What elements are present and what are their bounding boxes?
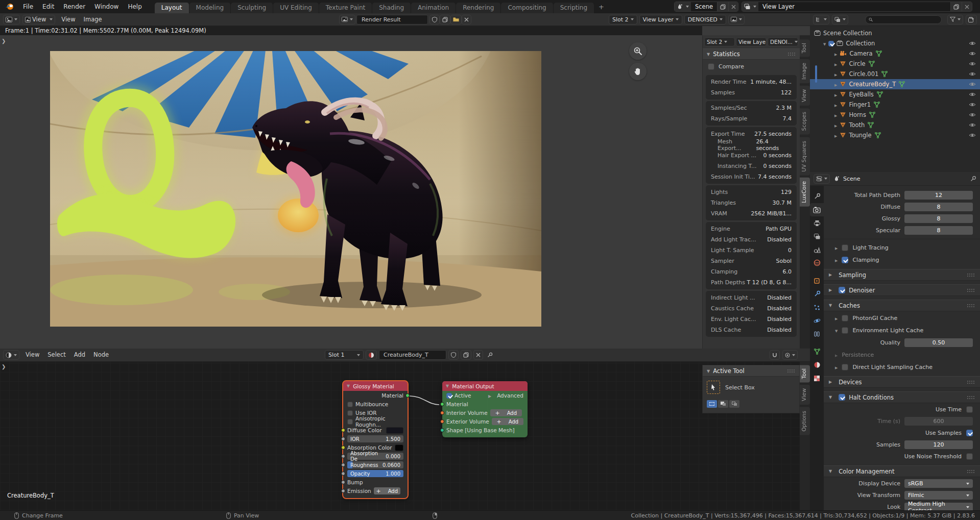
menu-item[interactable]: Render xyxy=(59,0,90,13)
tab-particles[interactable] xyxy=(810,301,824,314)
object-row[interactable]: Horns xyxy=(810,110,980,120)
sidebar-slot-dropdown[interactable]: Slot 2 xyxy=(704,37,735,46)
add-exterior-button[interactable]: Add xyxy=(492,418,523,425)
tab-constraints[interactable] xyxy=(810,327,824,340)
close-image-icon[interactable] xyxy=(462,15,471,24)
object-row[interactable]: Toungle xyxy=(810,130,980,140)
duplicate-image-icon[interactable] xyxy=(440,15,450,24)
object-row[interactable]: Tooth xyxy=(810,120,980,130)
filter-icon[interactable] xyxy=(947,15,963,24)
select-mode-subtract[interactable] xyxy=(729,400,739,408)
workspace-tab[interactable]: Compositing xyxy=(501,3,553,13)
hide-eye-icon[interactable] xyxy=(969,82,976,87)
remove-view-layer-icon[interactable] xyxy=(962,2,972,11)
zoom-button[interactable] xyxy=(629,42,647,60)
view-layer-name-field[interactable]: View Layer xyxy=(758,2,950,11)
tab-output[interactable] xyxy=(810,216,824,230)
color-swatch[interactable] xyxy=(395,444,403,451)
disclosure-icon[interactable] xyxy=(835,315,838,321)
material-shield-icon[interactable] xyxy=(448,350,459,360)
bump-row[interactable]: Bump xyxy=(347,478,403,486)
disclosure-icon[interactable] xyxy=(834,121,837,129)
add-workspace-button[interactable]: + xyxy=(594,2,608,12)
checkbox[interactable] xyxy=(842,257,848,263)
output-socket[interactable] xyxy=(405,393,410,398)
editor-type-outliner-icon[interactable] xyxy=(813,15,829,24)
add-emission-button[interactable]: Add xyxy=(374,487,400,494)
object-row[interactable]: CreatureBody_T xyxy=(810,79,980,89)
select-mode-extend[interactable] xyxy=(718,400,728,408)
active-row[interactable]: Active Advanced xyxy=(446,391,523,400)
disclosure-icon[interactable] xyxy=(834,50,837,57)
hide-eye-icon[interactable] xyxy=(969,41,976,46)
sidebar-tab[interactable]: Tool xyxy=(800,365,810,382)
env-light-cache-toggle[interactable]: Environment Light Cache xyxy=(824,325,980,336)
editor-type-properties-icon[interactable] xyxy=(814,174,830,184)
tab-texture[interactable] xyxy=(810,372,824,385)
input-socket[interactable] xyxy=(341,480,345,484)
halt-conditions-panel-header[interactable]: Halt Conditions xyxy=(824,391,980,403)
tab-object[interactable] xyxy=(810,274,824,287)
checkbox[interactable] xyxy=(347,402,353,407)
display-device-select[interactable]: sRGB xyxy=(904,479,973,488)
material-output-node[interactable]: Material Output Active Advanced Material… xyxy=(442,381,528,437)
disclosure-icon[interactable] xyxy=(834,70,837,78)
scene-browse-icon[interactable] xyxy=(675,2,691,11)
scrollbar[interactable] xyxy=(815,65,817,83)
open-image-folder-icon[interactable] xyxy=(450,15,462,24)
light-tracing-toggle[interactable]: Light Tracing xyxy=(824,242,980,253)
property-value-field[interactable]: 12 xyxy=(904,191,973,200)
disclosure-icon[interactable] xyxy=(835,364,838,370)
devices-panel-header[interactable]: Devices xyxy=(824,376,980,388)
editor-type-image-icon[interactable] xyxy=(3,15,20,24)
snap-icon[interactable] xyxy=(770,350,780,360)
display-mode-icon[interactable] xyxy=(832,15,848,24)
sidebar-pass-dropdown[interactable]: DENOI... xyxy=(768,37,798,46)
object-row[interactable]: Circle xyxy=(810,59,980,69)
object-row[interactable]: Finger1 xyxy=(810,100,980,110)
checkbox[interactable] xyxy=(347,419,353,425)
sidebar-tab[interactable]: Scopes xyxy=(800,108,810,134)
disclosure-icon[interactable] xyxy=(834,81,837,88)
menu-item[interactable]: Edit xyxy=(38,0,59,13)
workspace-tab[interactable]: UV Editing xyxy=(273,3,319,13)
toolbar-expand-icon[interactable]: ❯ xyxy=(2,38,6,44)
display-channels-icon[interactable] xyxy=(728,15,745,24)
pin-icon[interactable] xyxy=(970,176,976,182)
color-swatch[interactable] xyxy=(386,427,403,434)
glossy-material-node[interactable]: Glossy Material Material Multibounce Use… xyxy=(343,381,408,498)
fake-user-shield-icon[interactable] xyxy=(429,15,440,24)
image-name-field[interactable]: Render Result xyxy=(356,15,428,24)
toolbar-expand-icon[interactable]: ❯ xyxy=(2,364,6,369)
active-checkbox[interactable] xyxy=(446,393,452,399)
menu-item[interactable]: View xyxy=(57,13,79,26)
input-socket[interactable] xyxy=(440,402,444,406)
new-collection-icon[interactable] xyxy=(966,15,977,24)
disclosure-icon[interactable] xyxy=(835,327,838,334)
opacity-row[interactable]: Opacity1.000 xyxy=(347,469,403,478)
hide-eye-icon[interactable] xyxy=(969,71,976,77)
select-mode-new[interactable] xyxy=(707,400,717,408)
photongi-toggle[interactable]: PhotonGI Cache xyxy=(824,313,980,324)
disclosure-icon[interactable] xyxy=(834,91,837,98)
unlink-scene-icon[interactable] xyxy=(728,2,738,11)
outliner-search[interactable] xyxy=(865,15,942,24)
sidebar-tab[interactable]: View xyxy=(800,86,810,106)
unlink-material-icon[interactable] xyxy=(473,350,483,360)
render-slot-dropdown[interactable]: Slot 2 xyxy=(609,15,637,24)
input-socket[interactable] xyxy=(440,419,444,424)
image-browse-icon[interactable] xyxy=(339,15,355,24)
checkbox[interactable] xyxy=(842,244,848,251)
hide-eye-icon[interactable] xyxy=(969,122,976,128)
disclosure-icon[interactable] xyxy=(834,111,837,118)
property-value-field[interactable]: 8 xyxy=(904,226,973,235)
editor-type-shader-icon[interactable] xyxy=(3,350,19,360)
advanced-disclosure-icon[interactable] xyxy=(488,392,494,399)
input-socket[interactable] xyxy=(341,454,345,458)
menu-item[interactable]: File xyxy=(18,0,38,13)
checkbox[interactable] xyxy=(839,287,845,293)
workspace-tab[interactable]: Modeling xyxy=(189,3,231,13)
tab-object-data[interactable] xyxy=(810,345,824,358)
sidebar-tab[interactable]: Options xyxy=(800,407,810,435)
persistence-toggle[interactable]: Persistence xyxy=(824,350,980,360)
